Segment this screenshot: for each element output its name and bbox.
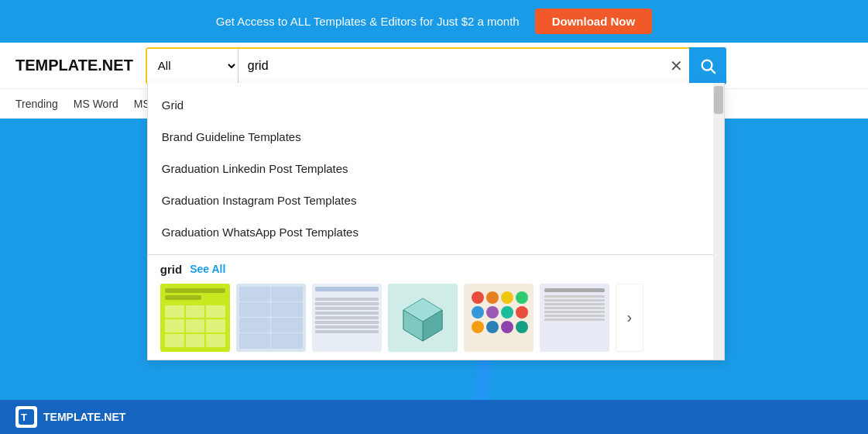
- next-arrow-button[interactable]: ›: [616, 284, 643, 352]
- logo-template: TEMPLATE: [15, 57, 98, 74]
- thumbnails-row: ›: [160, 284, 701, 352]
- search-icon: [699, 57, 716, 74]
- search-clear-button[interactable]: ✕: [664, 57, 689, 75]
- dropdown-results: grid See All: [148, 255, 713, 360]
- logo-net: NET: [102, 57, 133, 74]
- thumbnail-4[interactable]: [388, 284, 458, 352]
- isometric-box-icon: [396, 291, 450, 345]
- search-dropdown: Grid Brand Guideline Templates Graduatio…: [147, 83, 725, 360]
- suggestion-linkedin[interactable]: Graduation Linkedin Post Templates: [148, 153, 713, 184]
- logo: TEMPLATE . NET: [15, 57, 133, 74]
- download-button[interactable]: Download Now: [535, 9, 653, 34]
- search-category-select[interactable]: All Word Excel PowerPoint PDF: [147, 49, 238, 83]
- see-all-link[interactable]: See All: [190, 263, 225, 275]
- thumbnail-1[interactable]: [160, 284, 230, 352]
- suggestion-grid[interactable]: Grid: [148, 89, 713, 121]
- bottom-logo-text: TEMPLATE.NET: [43, 411, 125, 423]
- svg-text:T: T: [21, 412, 27, 423]
- suggestion-brand[interactable]: Brand Guideline Templates: [148, 121, 713, 153]
- header: TEMPLATE . NET All Word Excel PowerPoint…: [0, 43, 868, 89]
- banner-text: Get Access to ALL Templates & Editors fo…: [216, 15, 520, 28]
- template-icon: T: [19, 409, 34, 425]
- bottom-logo-icon: T: [15, 406, 37, 428]
- dropdown-suggestions: Grid Brand Guideline Templates Graduatio…: [148, 83, 713, 255]
- search-button[interactable]: [689, 47, 726, 84]
- bottom-bar: T TEMPLATE.NET: [0, 400, 868, 434]
- search-input[interactable]: [238, 49, 664, 83]
- suggestion-whatsapp[interactable]: Graduation WhatsApp Post Templates: [148, 216, 713, 248]
- top-banner: Get Access to ALL Templates & Editors fo…: [0, 0, 868, 43]
- thumbnail-6[interactable]: [540, 284, 609, 352]
- thumbnail-5[interactable]: [464, 284, 533, 352]
- results-query: grid: [160, 263, 182, 276]
- scroll-thumb: [714, 86, 723, 114]
- nav-item-trending[interactable]: Trending: [15, 98, 58, 110]
- suggestion-instagram[interactable]: Graduation Instagram Post Templates: [148, 184, 713, 216]
- nav-item-msword[interactable]: MS Word: [74, 98, 118, 110]
- results-header: grid See All: [160, 263, 701, 276]
- search-container: All Word Excel PowerPoint PDF ✕ Grid Bra…: [146, 47, 726, 84]
- thumbnail-3[interactable]: [312, 284, 382, 352]
- svg-line-1: [711, 69, 715, 73]
- scrollbar[interactable]: [713, 83, 724, 360]
- thumbnail-2[interactable]: [236, 284, 306, 352]
